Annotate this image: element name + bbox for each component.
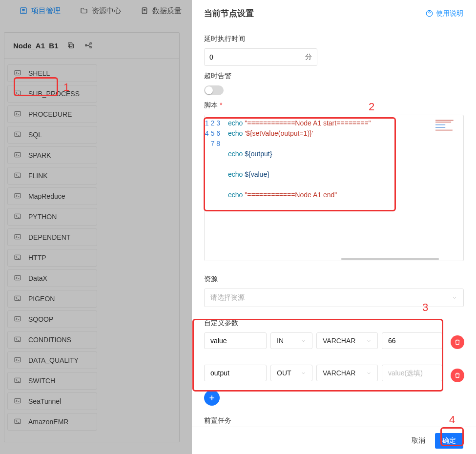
delay-unit: 分 bbox=[300, 49, 317, 65]
resource-label: 资源 bbox=[204, 275, 464, 284]
param-direction-value: OUT bbox=[277, 369, 291, 377]
delay-stepper[interactable] bbox=[317, 49, 317, 65]
pretask-label: 前置任务 bbox=[204, 416, 464, 425]
help-link[interactable]: 使用说明 bbox=[426, 9, 463, 18]
editor-scrollbar[interactable] bbox=[205, 258, 463, 261]
resource-placeholder: 请选择资源 bbox=[210, 293, 245, 302]
svg-rect-27 bbox=[435, 122, 451, 123]
param-row: OUT VARCHAR bbox=[204, 365, 464, 381]
timeout-label: 超时告警 bbox=[204, 72, 464, 81]
chevron-down-icon bbox=[301, 338, 306, 344]
delete-param-button[interactable] bbox=[451, 369, 464, 382]
resource-select[interactable]: 请选择资源 bbox=[204, 289, 464, 307]
cancel-button[interactable]: 取消 bbox=[412, 436, 425, 445]
drawer-footer: 取消 确定 bbox=[192, 427, 476, 454]
params-label: 自定义参数 bbox=[204, 319, 464, 328]
param-direction-value: IN bbox=[277, 337, 284, 345]
chevron-down-icon bbox=[366, 338, 372, 344]
param-type-select[interactable]: VARCHAR bbox=[316, 332, 378, 349]
help-link-label: 使用说明 bbox=[436, 9, 463, 18]
add-param-button[interactable] bbox=[204, 390, 220, 406]
script-label: 脚本* bbox=[204, 101, 464, 110]
chevron-down-icon bbox=[452, 295, 457, 301]
param-name-input[interactable] bbox=[204, 365, 267, 381]
script-editor[interactable]: 1 2 3 4 5 6 7 8 echo "============Node A… bbox=[204, 115, 464, 261]
param-value-input[interactable] bbox=[382, 365, 442, 381]
param-direction-select[interactable]: IN bbox=[270, 332, 312, 349]
param-row: IN VARCHAR bbox=[204, 332, 464, 349]
delete-param-button[interactable] bbox=[451, 335, 464, 349]
drawer-header: 当前节点设置 使用说明 bbox=[192, 0, 476, 22]
params-container: IN VARCHAR OUT VARCHAR bbox=[204, 332, 464, 381]
confirm-button[interactable]: 确定 bbox=[435, 433, 463, 449]
param-type-select[interactable]: VARCHAR bbox=[316, 365, 378, 381]
chevron-down-icon bbox=[301, 371, 306, 376]
param-type-value: VARCHAR bbox=[323, 369, 355, 377]
delay-input-group: 分 bbox=[204, 48, 317, 66]
param-name-input[interactable] bbox=[204, 332, 267, 349]
svg-rect-29 bbox=[435, 127, 445, 128]
delay-label: 延时执行时间 bbox=[204, 35, 464, 43]
settings-drawer: 当前节点设置 使用说明 延时执行时间 分 超时告警 脚本* 1 2 3 4 5 … bbox=[192, 0, 476, 454]
svg-rect-28 bbox=[435, 124, 445, 125]
param-direction-select[interactable]: OUT bbox=[270, 365, 312, 381]
svg-rect-26 bbox=[435, 120, 454, 121]
delay-input[interactable] bbox=[205, 49, 300, 65]
timeout-toggle[interactable] bbox=[204, 85, 224, 95]
drawer-title: 当前节点设置 bbox=[204, 8, 254, 19]
param-value-input[interactable] bbox=[382, 332, 442, 349]
editor-minimap bbox=[435, 118, 462, 138]
chevron-down-icon bbox=[366, 371, 372, 376]
drawer-body: 延时执行时间 分 超时告警 脚本* 1 2 3 4 5 6 7 8 echo "… bbox=[192, 22, 476, 427]
svg-rect-30 bbox=[435, 130, 453, 131]
param-type-value: VARCHAR bbox=[323, 337, 355, 345]
